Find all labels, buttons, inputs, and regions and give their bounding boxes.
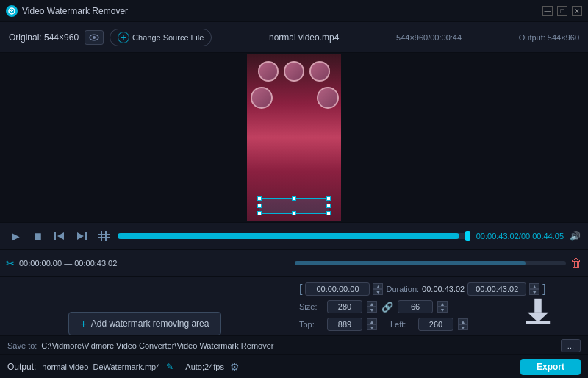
end-time-down-button[interactable]: ▼ <box>529 289 539 295</box>
resize-handle-ml[interactable] <box>257 204 262 208</box>
clip-row: ✂ 00:00:00.00 — 00:00:43.02 🗑 <box>0 250 588 277</box>
frame-forward-button[interactable] <box>74 228 90 244</box>
left-label: Left: <box>390 320 414 329</box>
output-resolution-label: Output: 544×960 <box>519 33 579 42</box>
plus-circle-icon: + <box>118 32 129 43</box>
width-input[interactable] <box>327 300 362 313</box>
frame-back-button[interactable] <box>51 228 68 244</box>
duration-label: Duration: <box>386 285 419 293</box>
clip-scissors-icon: ✂ <box>6 257 15 269</box>
width-spinner: ▲ ▼ <box>367 301 377 313</box>
top-down-button[interactable]: ▼ <box>367 324 377 330</box>
clip-progress-bar[interactable] <box>295 261 566 265</box>
preview-area <box>0 53 588 222</box>
title-bar: Video Watermark Remover — □ ✕ <box>0 0 588 22</box>
top-bar: Original: 544×960 + Change Source File n… <box>0 22 588 53</box>
original-resolution-label: Original: 544×960 <box>9 32 79 43</box>
resize-handle-tr[interactable] <box>326 196 331 201</box>
file-info-label: 544×960/00:00:44 <box>396 33 462 42</box>
svg-point-2 <box>93 36 96 39</box>
left-input[interactable] <box>418 318 453 331</box>
start-time-down-button[interactable]: ▼ <box>373 289 383 295</box>
link-icon: 🔗 <box>381 302 393 313</box>
play-button[interactable]: ▶ <box>7 228 24 244</box>
resize-handle-bl[interactable] <box>257 211 262 215</box>
output-format-label: Auto;24fps <box>185 363 224 371</box>
preview-toggle-button[interactable] <box>85 30 104 45</box>
time-row: [ ▲ ▼ Duration: 00:00:43.02 ▲ ▼ ] <box>299 282 579 296</box>
maximize-button[interactable]: □ <box>557 6 567 16</box>
height-spinner: ▲ ▼ <box>437 301 448 313</box>
app-wrapper: Video Watermark Remover — □ ✕ Original: … <box>0 0 588 378</box>
edit-filename-button[interactable]: ✎ <box>166 362 173 372</box>
resize-handle-bm[interactable] <box>292 211 296 215</box>
height-down-button[interactable]: ▼ <box>437 307 448 313</box>
svg-rect-9 <box>101 231 102 241</box>
timeline-track[interactable] <box>118 233 470 239</box>
svg-rect-10 <box>105 231 107 241</box>
start-time-up-button[interactable]: ▲ <box>373 283 383 289</box>
size-label: Size: <box>299 302 323 311</box>
plus-icon: + <box>81 318 87 329</box>
add-watermark-area-button[interactable]: + Add watermark removing area <box>68 312 222 335</box>
left-down-button[interactable]: ▼ <box>458 324 468 330</box>
export-button[interactable]: Export <box>520 359 581 375</box>
app-icon <box>6 5 18 17</box>
height-up-button[interactable]: ▲ <box>437 301 448 307</box>
close-button[interactable]: ✕ <box>572 6 582 16</box>
svg-marker-12 <box>528 313 549 322</box>
svg-rect-11 <box>534 299 542 313</box>
start-time-spinner: ▲ ▼ <box>373 283 383 295</box>
resize-handle-mr[interactable] <box>326 204 331 208</box>
time-display: 00:00:43.02/00:00:44.05 <box>476 232 564 240</box>
photo-circle <box>309 61 330 82</box>
window-controls: — □ ✕ <box>542 6 582 16</box>
top-input[interactable] <box>327 318 362 331</box>
clip-button[interactable] <box>96 228 112 244</box>
bracket-close-icon: ] <box>542 282 545 296</box>
save-to-label: Save to: <box>7 341 37 350</box>
stop-button[interactable]: ⏹ <box>29 228 46 244</box>
save-row: Save to: C:\Vidmore\Vidmore Video Conver… <box>0 335 588 354</box>
resize-handle-tm[interactable] <box>292 196 296 201</box>
settings-button[interactable]: ⚙ <box>230 361 240 373</box>
svg-rect-7 <box>98 234 110 235</box>
app-title: Video Watermark Remover <box>22 6 128 16</box>
photo-circle <box>284 61 304 82</box>
svg-rect-13 <box>526 321 550 324</box>
height-input[interactable] <box>398 300 433 313</box>
left-up-button[interactable]: ▲ <box>458 318 468 324</box>
photo-circle <box>317 87 339 109</box>
end-time-input[interactable] <box>467 282 526 296</box>
width-down-button[interactable]: ▼ <box>367 307 377 313</box>
video-frame <box>247 54 341 221</box>
clip-time-range: 00:00:00.00 — 00:00:43.02 <box>19 259 290 268</box>
end-time-up-button[interactable]: ▲ <box>529 283 539 289</box>
svg-marker-6 <box>77 232 84 240</box>
top-spinner: ▲ ▼ <box>367 318 377 330</box>
svg-rect-8 <box>98 237 110 238</box>
volume-icon[interactable]: 🔊 <box>570 231 581 241</box>
minimize-button[interactable]: — <box>542 6 553 16</box>
start-time-input[interactable] <box>305 282 370 296</box>
resize-handle-tl[interactable] <box>257 196 262 201</box>
photo-circle <box>251 87 273 109</box>
width-up-button[interactable]: ▲ <box>367 301 377 307</box>
playback-controls-bar: ▶ ⏹ 00:00:43.02/00:00:44 <box>0 222 588 250</box>
bracket-open-icon: [ <box>299 282 302 296</box>
duration-value: 00:00:43.02 <box>422 285 465 293</box>
svg-rect-5 <box>85 232 87 240</box>
timeline-thumb[interactable] <box>465 231 470 241</box>
browse-button[interactable]: ... <box>561 339 581 352</box>
end-time-spinner: ▲ ▼ <box>529 283 539 295</box>
resize-handle-br[interactable] <box>326 211 331 215</box>
svg-marker-4 <box>57 232 64 240</box>
top-label: Top: <box>299 320 323 329</box>
svg-rect-3 <box>54 232 56 240</box>
footer: Output: normal video_DeWatermark.mp4 ✎ A… <box>0 354 588 378</box>
change-source-button[interactable]: + Change Source File <box>110 29 212 46</box>
top-up-button[interactable]: ▲ <box>367 318 377 324</box>
watermark-selection-box[interactable] <box>259 198 329 214</box>
delete-clip-button[interactable]: 🗑 <box>570 257 582 270</box>
video-frame-inner <box>247 54 341 221</box>
